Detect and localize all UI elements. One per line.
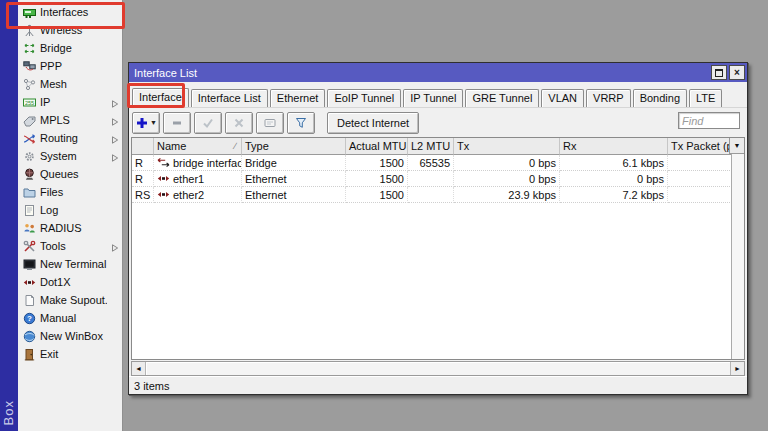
ethernet-icon — [157, 172, 170, 185]
sidebar-item-label: Manual — [40, 312, 107, 324]
row-tx: 23.9 kbps — [454, 187, 560, 203]
comment-button[interactable] — [256, 112, 284, 134]
enable-button[interactable] — [194, 112, 222, 134]
add-icon — [135, 116, 149, 130]
row-type: Bridge — [242, 155, 346, 171]
scrollbar-thumb[interactable] — [146, 362, 730, 375]
sidebar-item-ppp[interactable]: PPP — [18, 57, 122, 75]
sidebar-item-tools[interactable]: Tools — [18, 237, 122, 255]
main-menu-sidebar: CAPsMAN Interfaces Wireless Bridge PPP M… — [18, 0, 123, 431]
sidebar-item-wireless[interactable]: Wireless — [18, 21, 122, 39]
tab-bonding[interactable]: Bonding — [633, 89, 687, 107]
sidebar-item-bridge[interactable]: Bridge — [18, 39, 122, 57]
close-button[interactable]: × — [729, 65, 745, 80]
sidebar-item-new-winbox[interactable]: New WinBox — [18, 327, 122, 345]
tab-gre-tunnel[interactable]: GRE Tunnel — [465, 89, 539, 107]
column-header-actual-mtu[interactable]: Actual MTU — [346, 138, 408, 155]
add-button[interactable]: ▼ — [132, 112, 160, 134]
tab-vrrp[interactable]: VRRP — [586, 89, 631, 107]
ip-icon: 255 — [22, 95, 36, 109]
manual-icon: ? — [22, 311, 36, 325]
files-icon — [22, 185, 36, 199]
scroll-right-icon[interactable]: ► — [730, 362, 744, 375]
sidebar-item-radius[interactable]: RADIUS — [18, 219, 122, 237]
sidebar-item-make-supout-rif[interactable]: Make Supout.rif — [18, 291, 122, 309]
column-header-l2-mtu[interactable]: L2 MTU — [408, 138, 454, 155]
sidebar-item-label: Files — [40, 186, 107, 198]
interface-list-window: Interface List × InterfaceInterface List… — [128, 62, 748, 395]
sidebar-item-mesh[interactable]: Mesh — [18, 75, 122, 93]
winbox-brand-strip: Box — [0, 0, 18, 431]
table-row-ether1[interactable]: R ether1 Ethernet 1500 0 bps 0 bps — [132, 171, 732, 187]
sidebar-item-dot1x[interactable]: Dot1X — [18, 273, 122, 291]
interface-name: ether1 — [173, 172, 204, 186]
remove-button[interactable] — [163, 112, 191, 134]
sidebar-item-interfaces[interactable]: Interfaces — [18, 3, 122, 21]
disable-button[interactable] — [225, 112, 253, 134]
log-icon — [22, 203, 36, 217]
table-row-ether2[interactable]: RS ether2 Ethernet 1500 23.9 kbps 7.2 kb… — [132, 187, 732, 203]
brand-vertical-text: Box — [1, 400, 16, 425]
scroll-left-icon[interactable]: ◄ — [132, 362, 146, 375]
bridge-icon — [22, 41, 36, 55]
tab-eoip-tunnel[interactable]: EoIP Tunnel — [327, 89, 401, 107]
row-actual-mtu: 1500 — [346, 187, 408, 203]
tab-interface-list[interactable]: Interface List — [191, 89, 268, 107]
item-count: 3 items — [134, 380, 169, 392]
wireless-icon — [22, 23, 36, 37]
filter-button[interactable] — [287, 112, 315, 134]
sidebar-item-new-terminal[interactable]: New Terminal — [18, 255, 122, 273]
sidebar-item-label: Dot1X — [40, 276, 107, 288]
tab-ip-tunnel[interactable]: IP Tunnel — [403, 89, 463, 107]
maximize-button[interactable] — [711, 65, 727, 80]
column-header-flags[interactable] — [132, 138, 154, 155]
tools-icon — [22, 239, 36, 253]
column-header-tx[interactable]: Tx — [454, 138, 560, 155]
sidebar-item-manual[interactable]: ? Manual — [18, 309, 122, 327]
winbox-icon — [22, 329, 36, 343]
close-icon: × — [734, 68, 740, 78]
row-l2-mtu — [408, 171, 454, 187]
sidebar-item-mpls[interactable]: MPLS — [18, 111, 122, 129]
column-header-rx[interactable]: Rx — [560, 138, 668, 155]
tab-ethernet[interactable]: Ethernet — [270, 89, 326, 107]
row-tx-packet — [668, 187, 732, 203]
vertical-scrollbar[interactable] — [731, 153, 744, 359]
sidebar-item-label: Make Supout.rif — [40, 294, 107, 306]
svg-text:?: ? — [27, 314, 32, 323]
maximize-icon — [715, 69, 723, 77]
column-header-tx-packet-p[interactable]: Tx Packet (p — [668, 138, 732, 155]
table-row-bridge-interface[interactable]: R bridge interface Bridge 1500 65535 0 b… — [132, 155, 732, 171]
sidebar-item-routing[interactable]: Routing — [18, 129, 122, 147]
window-titlebar[interactable]: Interface List × — [129, 63, 747, 82]
sidebar-item-exit[interactable]: Exit — [18, 345, 122, 363]
sidebar-item-label: IP — [40, 96, 107, 108]
detect-internet-button[interactable]: Detect Internet — [327, 112, 419, 134]
tab-lte[interactable]: LTE — [689, 89, 722, 107]
row-flags: RS — [132, 187, 154, 203]
sidebar-item-label: Interfaces — [40, 6, 107, 18]
column-select-button[interactable]: ▼ — [729, 138, 744, 154]
tab-interface[interactable]: Interface — [132, 88, 189, 107]
sidebar-item-files[interactable]: Files — [18, 183, 122, 201]
ethernet-icon — [157, 188, 170, 201]
sidebar-item-label: MPLS — [40, 114, 107, 126]
sidebar-item-label: Mesh — [40, 78, 107, 90]
sidebar-item-ip[interactable]: 255 IP — [18, 93, 122, 111]
sidebar-item-label: Tools — [40, 240, 107, 252]
find-input[interactable] — [678, 112, 740, 129]
capsman-icon — [22, 0, 36, 1]
svg-text:255: 255 — [24, 99, 33, 105]
tab-vlan[interactable]: VLAN — [541, 89, 584, 107]
chevron-down-icon: ▼ — [734, 142, 741, 149]
row-l2-mtu — [408, 187, 454, 203]
row-tx-packet — [668, 155, 732, 171]
dot1x-icon — [22, 275, 36, 289]
column-header-name[interactable]: Name ∕ — [154, 138, 242, 155]
horizontal-scrollbar[interactable]: ◄ ► — [131, 361, 745, 376]
column-header-type[interactable]: Type — [242, 138, 346, 155]
row-name-cell: bridge interface — [154, 155, 242, 171]
sidebar-item-log[interactable]: Log — [18, 201, 122, 219]
sidebar-item-queues[interactable]: Queues — [18, 165, 122, 183]
sidebar-item-system[interactable]: System — [18, 147, 122, 165]
